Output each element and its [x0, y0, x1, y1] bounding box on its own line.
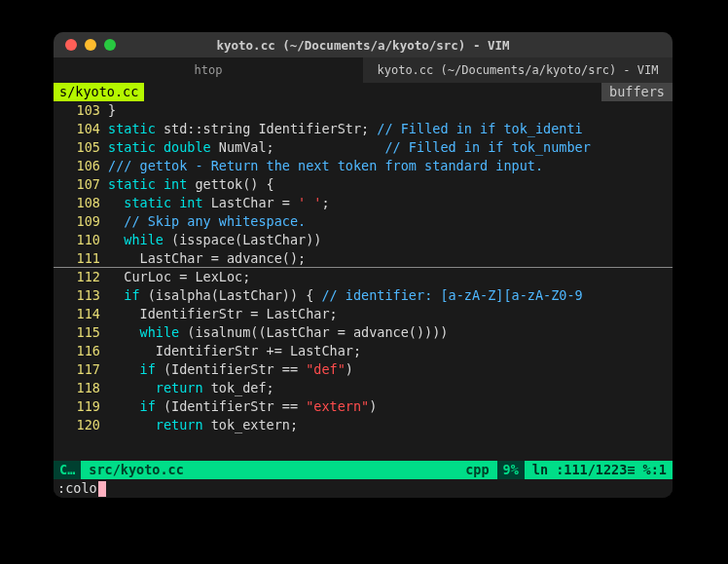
line-content: IdentifierStr += LastChar;: [108, 342, 361, 360]
line-content: while (isspace(LastChar)): [108, 231, 321, 249]
line-content: return tok_extern;: [108, 416, 298, 434]
line-content: if (IdentifierStr == "extern"): [108, 397, 377, 416]
line-number: 113: [54, 286, 108, 305]
window-title: kyoto.cc (~/Documents/a/kyoto/src) - VIM: [54, 38, 673, 53]
line-number: 120: [54, 416, 108, 434]
line-content: static std::string IdentifierStr; // Fil…: [108, 120, 583, 138]
line-content: /// gettok - Return the next token from …: [108, 157, 543, 175]
status-mode: C…: [54, 461, 81, 479]
line-content: LastChar = advance();: [108, 249, 306, 268]
line-number: 118: [54, 379, 108, 397]
code-line[interactable]: 113 if (isalpha(LastChar)) { // identifi…: [54, 286, 673, 305]
line-number: 116: [54, 342, 108, 360]
line-content: return tok_def;: [108, 379, 274, 397]
line-content: static int LastChar = ' ';: [108, 194, 330, 212]
code-line[interactable]: 119 if (IdentifierStr == "extern"): [54, 397, 673, 416]
code-line[interactable]: 115 while (isalnum((LastChar = advance()…: [54, 323, 673, 342]
tab-vim[interactable]: kyoto.cc (~/Documents/a/kyoto/src) - VIM: [363, 57, 673, 83]
line-number: 112: [54, 268, 108, 286]
line-content: if (IdentifierStr == "def"): [108, 360, 353, 379]
code-line[interactable]: 106/// gettok - Return the next token fr…: [54, 157, 673, 175]
code-line[interactable]: 116 IdentifierStr += LastChar;: [54, 342, 673, 360]
status-line: C… src/kyoto.cc cpp 9% ln :111/1223≡ %:1: [54, 461, 673, 479]
vim-editor[interactable]: s/kyoto.cc buffers 103}104static std::st…: [54, 83, 673, 498]
line-content: static double NumVal; // Filled in if to…: [108, 138, 591, 157]
cursor-icon: [98, 481, 106, 497]
line-content: while (isalnum((LastChar = advance()))): [108, 323, 449, 342]
titlebar: kyoto.cc (~/Documents/a/kyoto/src) - VIM: [54, 32, 673, 57]
line-number: 119: [54, 397, 108, 416]
code-line[interactable]: 117 if (IdentifierStr == "def"): [54, 360, 673, 379]
line-content: }: [108, 101, 116, 120]
code-line[interactable]: 111 LastChar = advance();: [54, 249, 673, 268]
terminal-window: kyoto.cc (~/Documents/a/kyoto/src) - VIM…: [54, 32, 673, 498]
code-line[interactable]: 108 static int LastChar = ' ';: [54, 194, 673, 212]
status-percent: 9%: [497, 461, 525, 479]
line-number: 107: [54, 175, 108, 194]
line-content: if (isalpha(LastChar)) { // identifier: …: [108, 286, 583, 305]
line-number: 108: [54, 194, 108, 212]
line-number: 111: [54, 249, 108, 268]
buffer-label: buffers: [601, 83, 673, 101]
line-content: // Skip any whitespace.: [108, 212, 306, 231]
code-line[interactable]: 107static int gettok() {: [54, 175, 673, 194]
code-line[interactable]: 110 while (isspace(LastChar)): [54, 231, 673, 249]
line-number: 103: [54, 101, 108, 120]
line-content: CurLoc = LexLoc;: [108, 268, 250, 286]
command-text: :colo: [57, 479, 97, 498]
line-number: 114: [54, 305, 108, 323]
terminal-tabs: htop kyoto.cc (~/Documents/a/kyoto/src) …: [54, 57, 673, 83]
code-area[interactable]: 103}104static std::string IdentifierStr;…: [54, 101, 673, 461]
code-line[interactable]: 109 // Skip any whitespace.: [54, 212, 673, 231]
line-number: 105: [54, 138, 108, 157]
code-line[interactable]: 103}: [54, 101, 673, 120]
line-content: IdentifierStr = LastChar;: [108, 305, 338, 323]
status-position: ln :111/1223≡ %:1: [532, 461, 667, 479]
buffer-line: s/kyoto.cc buffers: [54, 83, 673, 101]
buffer-name: s/kyoto.cc: [54, 83, 144, 101]
code-line[interactable]: 112 CurLoc = LexLoc;: [54, 268, 673, 286]
tab-htop[interactable]: htop: [54, 57, 363, 83]
command-line[interactable]: :colo: [54, 479, 673, 498]
line-number: 106: [54, 157, 108, 175]
line-number: 104: [54, 120, 108, 138]
code-line[interactable]: 114 IdentifierStr = LastChar;: [54, 305, 673, 323]
status-file: src/kyoto.cc: [81, 461, 184, 479]
line-content: static int gettok() {: [108, 175, 274, 194]
status-filetype: cpp: [465, 461, 489, 479]
line-number: 117: [54, 360, 108, 379]
code-line[interactable]: 105static double NumVal; // Filled in if…: [54, 138, 673, 157]
line-number: 115: [54, 323, 108, 342]
line-number: 109: [54, 212, 108, 231]
code-line[interactable]: 120 return tok_extern;: [54, 416, 673, 434]
line-number: 110: [54, 231, 108, 249]
code-line[interactable]: 118 return tok_def;: [54, 379, 673, 397]
code-line[interactable]: 104static std::string IdentifierStr; // …: [54, 120, 673, 138]
